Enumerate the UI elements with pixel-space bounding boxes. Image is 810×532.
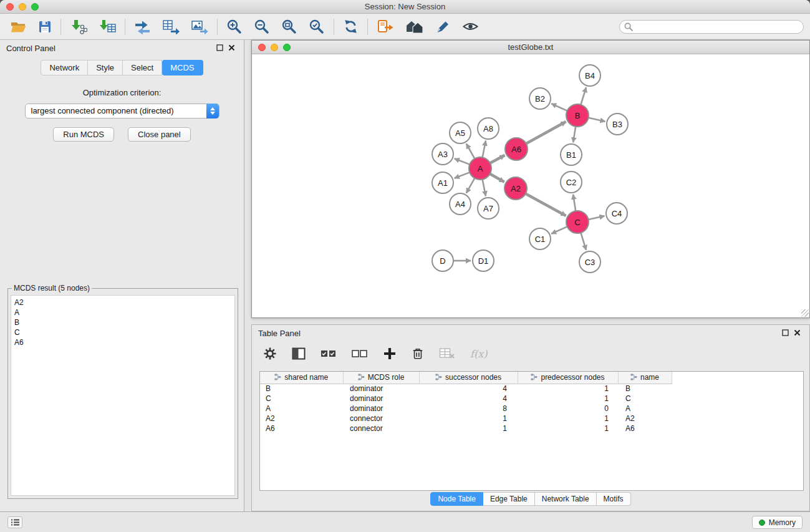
graph-edge-C-C2[interactable] <box>573 195 576 211</box>
save-session-button[interactable] <box>37 19 53 35</box>
graph-node-A3[interactable]: A3 <box>432 143 453 165</box>
memory-button[interactable]: Memory <box>752 516 803 529</box>
delete-column-button[interactable] <box>410 346 425 362</box>
export-network-button[interactable] <box>133 18 152 36</box>
run-mcds-button[interactable]: Run MCDS <box>53 127 114 142</box>
export-image-button[interactable] <box>190 18 210 36</box>
export-table-button[interactable] <box>161 18 181 36</box>
table-row[interactable]: Adominator80A <box>260 404 672 414</box>
optimization-criterion-select[interactable]: largest connected component (directed) <box>25 104 219 118</box>
graph-node-B3[interactable]: B3 <box>607 114 628 135</box>
home-button[interactable] <box>404 18 425 35</box>
annotation-pen-button[interactable] <box>434 18 452 36</box>
graph-edge-A-A7[interactable] <box>483 180 486 196</box>
column-header-MCDS-role[interactable]: MCDS role <box>343 372 419 384</box>
graph-edge-B-B1[interactable] <box>573 127 576 142</box>
network-canvas-svg[interactable]: B4B2BB3B1A5A8A6A3AA1A2C2A4A7C4CC1C3DD1 <box>252 55 809 317</box>
tab-motifs[interactable]: Motifs <box>597 492 631 506</box>
tab-edge-table[interactable]: Edge Table <box>483 492 535 506</box>
graph-node-B2[interactable]: B2 <box>529 88 551 109</box>
close-panel-button[interactable] <box>226 42 238 54</box>
graph-node-D[interactable]: D <box>432 250 453 271</box>
float-table-panel-button[interactable] <box>779 327 791 339</box>
tab-network[interactable]: Network <box>41 60 88 75</box>
graph-node-A8[interactable]: A8 <box>478 118 499 139</box>
list-item[interactable]: C <box>14 327 231 337</box>
graph-edge-C-C4[interactable] <box>589 216 605 220</box>
column-header-shared-name[interactable]: shared name <box>260 372 343 384</box>
zoom-fit-button[interactable] <box>280 17 299 36</box>
graph-edge-B-B2[interactable] <box>551 104 567 110</box>
graph-edge-A-A2[interactable] <box>490 174 504 182</box>
table-settings-button[interactable] <box>262 346 278 362</box>
delete-table-button[interactable] <box>438 346 456 361</box>
graph-edge-B-B3[interactable] <box>589 118 605 122</box>
open-session-button[interactable] <box>9 19 28 35</box>
table-row[interactable]: A2connector11A2 <box>260 414 672 423</box>
graph-node-A1[interactable]: A1 <box>432 172 453 193</box>
resize-handle[interactable] <box>801 309 809 317</box>
import-network-button[interactable] <box>69 18 89 36</box>
graph-node-A2[interactable]: A2 <box>504 177 527 200</box>
graph-node-B1[interactable]: B1 <box>561 144 582 165</box>
tab-style[interactable]: Style <box>88 60 123 75</box>
add-column-button[interactable] <box>382 346 398 362</box>
float-panel-button[interactable] <box>214 42 226 54</box>
tab-mcds[interactable]: MCDS <box>162 60 203 75</box>
graph-node-A7[interactable]: A7 <box>478 198 499 219</box>
graph-node-C1[interactable]: C1 <box>529 228 551 249</box>
graph-node-C3[interactable]: C3 <box>579 251 600 273</box>
graph-node-C4[interactable]: C4 <box>606 203 627 224</box>
graph-edge-A-A8[interactable] <box>483 141 486 158</box>
graph-edge-B-B4[interactable] <box>581 87 586 105</box>
graph-edge-A-A6[interactable] <box>490 155 505 163</box>
function-builder-button[interactable]: f(x) <box>469 347 488 361</box>
graph-edge-A-A3[interactable] <box>455 158 470 164</box>
graph-edge-A-A1[interactable] <box>455 172 470 178</box>
import-table-button[interactable] <box>97 18 117 36</box>
list-item[interactable]: A6 <box>14 337 231 347</box>
column-header-name[interactable]: name <box>618 372 672 384</box>
graph-node-A[interactable]: A <box>469 157 491 180</box>
close-panel-action-button[interactable]: Close panel <box>128 127 191 142</box>
graph-node-C[interactable]: C <box>566 211 589 233</box>
task-history-button[interactable] <box>7 516 22 528</box>
show-columns-button[interactable] <box>291 346 307 361</box>
graph-node-B4[interactable]: B4 <box>579 65 600 86</box>
graph-edge-C-C3[interactable] <box>581 233 586 250</box>
graph-node-A6[interactable]: A6 <box>505 138 528 160</box>
graph-edge-A-A4[interactable] <box>466 178 475 193</box>
tab-network-table[interactable]: Network Table <box>535 492 597 506</box>
list-item[interactable]: A2 <box>14 297 231 307</box>
graph-edge-A2-C[interactable] <box>526 194 566 216</box>
graph-node-C2[interactable]: C2 <box>561 172 582 193</box>
select-all-button[interactable] <box>319 348 338 359</box>
list-item[interactable]: A <box>14 307 231 317</box>
graph-edge-A-A5[interactable] <box>466 143 475 158</box>
list-item[interactable]: B <box>14 317 231 327</box>
column-header-predecessor-nodes[interactable]: predecessor nodes <box>518 372 618 384</box>
table-row[interactable]: Cdominator41C <box>260 394 672 404</box>
zoom-in-button[interactable] <box>225 17 244 36</box>
graph-node-D1[interactable]: D1 <box>473 250 494 271</box>
close-table-panel-button[interactable] <box>791 327 803 339</box>
table-row[interactable]: A6connector11A6 <box>260 423 672 433</box>
search-input[interactable] <box>633 22 803 32</box>
table-row[interactable]: Bdominator41B <box>260 384 672 394</box>
network-canvas[interactable]: B4B2BB3B1A5A8A6A3AA1A2C2A4A7C4CC1C3DD1 <box>252 55 809 317</box>
graph-edge-C-C1[interactable] <box>551 226 567 233</box>
open-document-button[interactable] <box>375 18 395 36</box>
graph-node-A5[interactable]: A5 <box>450 122 471 143</box>
graph-node-B[interactable]: B <box>566 104 589 127</box>
tab-node-table[interactable]: Node Table <box>430 492 483 506</box>
graph-edge-A6-B[interactable] <box>526 122 566 143</box>
refresh-button[interactable] <box>342 17 360 36</box>
column-header-successor-nodes[interactable]: successor nodes <box>419 372 518 384</box>
mcds-result-list[interactable]: A2ABCA6 <box>11 295 235 496</box>
zoom-out-button[interactable] <box>253 17 271 36</box>
zoom-selected-button[interactable] <box>307 17 326 36</box>
tab-select[interactable]: Select <box>123 60 162 75</box>
graph-node-A4[interactable]: A4 <box>450 193 471 215</box>
show-hide-details-button[interactable] <box>461 19 480 34</box>
deselect-all-button[interactable] <box>350 348 369 359</box>
